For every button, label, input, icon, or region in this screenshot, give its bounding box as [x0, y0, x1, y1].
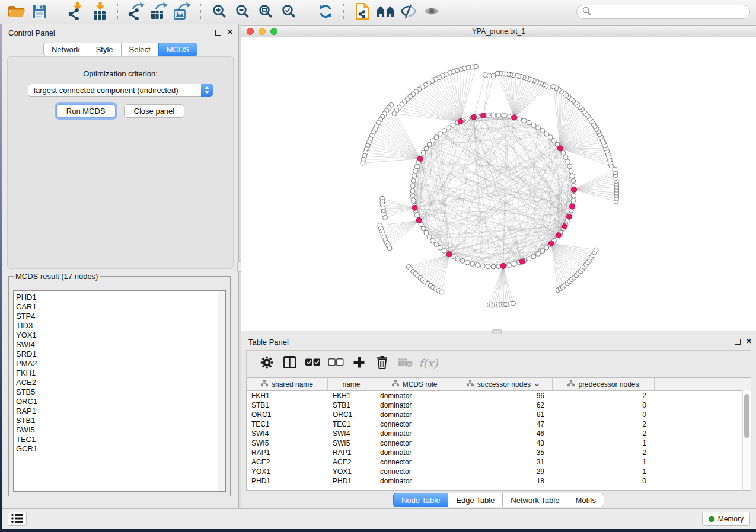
mcds-result-scrollbar[interactable]	[218, 291, 225, 491]
search-input[interactable]	[594, 7, 744, 17]
run-mcds-button[interactable]: Run MCDS	[56, 104, 116, 118]
export-network-button[interactable]	[126, 2, 147, 22]
table-scrollbar-thumb[interactable]	[744, 394, 749, 438]
horizontal-splitter-grip[interactable]	[492, 329, 502, 334]
table-settings-button[interactable]	[255, 356, 278, 371]
import-network-button[interactable]	[66, 2, 87, 22]
table-row[interactable]: STB1STB1dominator620	[247, 400, 751, 410]
maximize-window-button[interactable]	[270, 28, 277, 35]
table-cell: YOX1	[328, 467, 375, 476]
table-tab-edge-table[interactable]: Edge Table	[448, 493, 503, 507]
mcds-result-item[interactable]: STP4	[16, 312, 225, 321]
export-table-button[interactable]	[149, 2, 170, 22]
mcds-result-item[interactable]: CAR1	[16, 302, 225, 312]
close-panel-icon[interactable]: ✕	[227, 28, 233, 36]
table-row[interactable]: RAP1RAP1dominator352	[247, 448, 751, 457]
table-row[interactable]: TEC1TEC1connector472	[247, 419, 751, 429]
search-box[interactable]	[576, 5, 750, 19]
tab-select[interactable]: Select	[121, 43, 159, 56]
mcds-result-item[interactable]: TEC1	[16, 435, 225, 444]
minimize-window-button[interactable]	[259, 28, 266, 35]
show-columns-button[interactable]	[278, 356, 301, 370]
table-row[interactable]: SWI4SWI4dominator462	[247, 429, 751, 438]
column-header-name[interactable]: name	[328, 378, 375, 390]
table-cell: dominator	[375, 391, 454, 400]
zoom-selected-button[interactable]	[278, 2, 299, 22]
mcds-result-item[interactable]: STB5	[16, 387, 225, 397]
network-search-button[interactable]	[375, 2, 396, 22]
table-cell: STB1	[247, 400, 328, 410]
table-cell: connector	[375, 467, 454, 476]
select-all-button[interactable]	[301, 358, 324, 368]
table-cell: 46	[454, 429, 553, 438]
tab-mcds[interactable]: MCDS	[158, 43, 197, 56]
open-file-button[interactable]	[6, 2, 27, 22]
mcds-result-item[interactable]: PMA2	[16, 359, 225, 368]
mcds-result-item[interactable]: STB1	[16, 416, 225, 425]
close-table-panel-icon[interactable]: ✕	[746, 337, 752, 345]
column-header-successor-nodes[interactable]: successor nodes	[454, 378, 553, 390]
table-row[interactable]: ACE2ACE2connector311	[247, 457, 751, 467]
mcds-result-item[interactable]: SWI5	[16, 425, 225, 435]
table-cell: FKH1	[247, 391, 328, 400]
mcds-result-item[interactable]: FKH1	[16, 368, 225, 378]
panel-list-button[interactable]	[8, 512, 27, 526]
org-chart-icon	[261, 380, 268, 389]
export-network-icon	[127, 2, 146, 22]
refresh-button[interactable]	[315, 2, 336, 22]
list-icon	[11, 514, 23, 525]
import-table-button[interactable]	[89, 2, 110, 22]
table-cell: TEC1	[247, 419, 328, 429]
mcds-result-item[interactable]: RAP1	[16, 406, 225, 416]
float-table-panel-icon[interactable]	[735, 339, 741, 345]
table-row[interactable]: ORC1ORC1dominator610	[247, 410, 751, 419]
deselect-all-button[interactable]	[324, 358, 347, 368]
table-tab-motifs[interactable]: Motifs	[567, 493, 604, 507]
mcds-result-item[interactable]: GCR1	[16, 444, 225, 454]
sort-indicator-icon	[534, 380, 540, 389]
column-header-MCDS-role[interactable]: MCDS role	[375, 378, 454, 390]
tab-style[interactable]: Style	[88, 43, 122, 56]
share-document-button[interactable]	[352, 2, 373, 22]
table-row[interactable]: SWI5SWI5connector431	[247, 438, 751, 448]
column-header-predecessor-nodes[interactable]: predecessor nodes	[553, 378, 655, 390]
mcds-result-item[interactable]: PHD1	[16, 293, 225, 302]
table-scrollbar[interactable]	[742, 390, 751, 490]
table-tab-network-table[interactable]: Network Table	[502, 493, 567, 507]
float-panel-icon[interactable]	[215, 30, 221, 36]
network-canvas[interactable]	[241, 37, 756, 331]
mcds-result-item[interactable]: ORC1	[16, 397, 225, 406]
mcds-result-item[interactable]: SWI4	[16, 340, 225, 350]
zoom-in-button[interactable]	[209, 2, 230, 22]
dropdown-stepper-icon[interactable]	[201, 84, 213, 97]
table-tab-node-table[interactable]: Node Table	[393, 493, 449, 507]
show-eye-icon	[423, 5, 440, 19]
mcds-result-item[interactable]: TID3	[16, 321, 225, 331]
table-cell: 61	[454, 410, 553, 419]
control-panel-title: Control Panel	[8, 28, 55, 37]
table-cell: dominator	[375, 429, 454, 438]
mcds-result-item[interactable]: SRD1	[16, 350, 225, 359]
table-row[interactable]: FKH1FKH1dominator962	[247, 391, 751, 400]
zoom-out-button[interactable]	[232, 2, 253, 22]
close-window-button[interactable]	[247, 28, 254, 35]
table-row[interactable]: YOX1YOX1connector291	[247, 467, 751, 476]
column-header-shared-name[interactable]: shared name	[247, 378, 328, 390]
add-row-button[interactable]	[347, 356, 371, 370]
zoom-fit-button[interactable]	[255, 2, 276, 22]
memory-button[interactable]: Memory	[702, 512, 750, 526]
mcds-result-item[interactable]: ACE2	[16, 378, 225, 387]
hide-elements-button[interactable]	[398, 2, 419, 22]
tab-network[interactable]: Network	[43, 43, 88, 56]
table-cell: 35	[454, 448, 553, 457]
export-image-button[interactable]	[172, 2, 193, 22]
show-elements-button[interactable]	[421, 2, 442, 22]
optimization-criterion-label: Optimization criterion:	[8, 69, 233, 78]
table-row[interactable]: PHD1PHD1dominator180	[247, 476, 751, 486]
close-mcds-panel-button[interactable]: Close panel	[124, 104, 185, 118]
delete-row-button[interactable]	[371, 355, 394, 371]
mcds-result-item[interactable]: YOX1	[16, 331, 225, 340]
save-session-button[interactable]	[29, 2, 50, 22]
network-window-titlebar[interactable]: YPA_prune.txt_1	[241, 26, 756, 37]
criterion-dropdown[interactable]: largest connected component (undirected)	[28, 84, 213, 97]
